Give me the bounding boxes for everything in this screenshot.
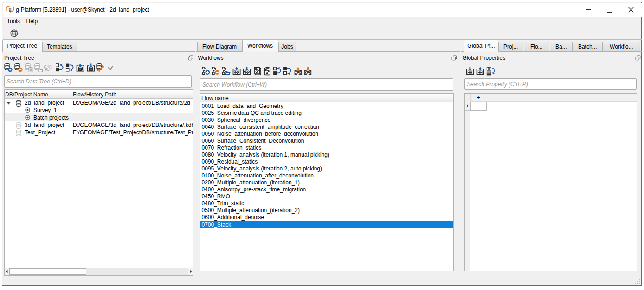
svg-text:g: g	[8, 6, 11, 12]
